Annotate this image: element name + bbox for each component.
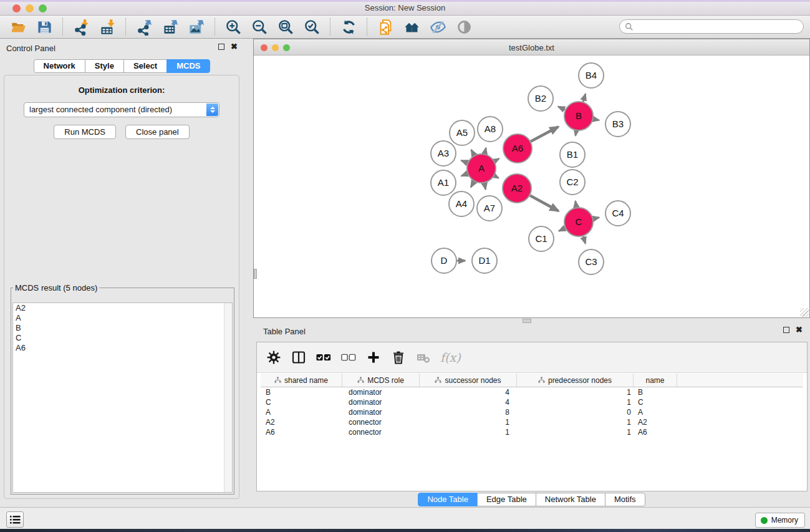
- column-header-successor-nodes[interactable]: successor nodes: [420, 374, 517, 387]
- list-item[interactable]: B: [13, 323, 232, 333]
- float-panel-icon[interactable]: [218, 44, 224, 50]
- function-builder-icon: f(x): [440, 351, 461, 364]
- tab-mcds[interactable]: MCDS: [166, 59, 210, 73]
- tab-style[interactable]: Style: [85, 59, 124, 73]
- eye-icon[interactable]: [451, 17, 477, 37]
- desktop-background: [0, 529, 810, 532]
- table-row[interactable]: A2 connector 1 1 A2: [261, 417, 803, 427]
- table-panel-body: f(x) shared name MCDS role successor nod…: [256, 342, 808, 491]
- close-panel-button[interactable]: Close panel: [125, 125, 190, 139]
- control-panel: Control Panel ✖ Network Style Select MCD…: [0, 39, 244, 507]
- zoom-out-icon[interactable]: [246, 17, 272, 37]
- dropdown-stepper-icon: [206, 104, 218, 116]
- graph-edge: [594, 119, 599, 120]
- select-all-icon[interactable]: [316, 349, 332, 365]
- home-icon[interactable]: [398, 17, 425, 37]
- graph-edge: [494, 176, 499, 178]
- table-row[interactable]: C dominator 4 1 C: [261, 397, 803, 407]
- graph-svg: B4B2BB3A5A8A6A3AB1A1C2A2A4A7C4CC1C3DD1: [254, 56, 809, 317]
- network-view-window: testGlobe.txt B4B2BB3A5A8A6A3AB1A1C2A2A4…: [253, 39, 810, 318]
- refresh-layout-icon[interactable]: [335, 17, 362, 37]
- graph-node-label: C4: [612, 208, 624, 218]
- table-panel-title: Table Panel: [263, 327, 306, 336]
- float-panel-icon[interactable]: [783, 327, 789, 333]
- tab-edge-table[interactable]: Edge Table: [477, 493, 536, 506]
- duplicate-network-icon[interactable]: [372, 17, 398, 37]
- graph-edge: [461, 160, 468, 163]
- zoom-fit-icon[interactable]: [272, 17, 299, 37]
- graph-edge: [593, 218, 599, 219]
- graph-node-label: B2: [535, 93, 546, 104]
- graph-edge: [576, 201, 577, 208]
- add-column-icon[interactable]: [365, 349, 382, 365]
- criterion-dropdown[interactable]: largest connected component (directed): [24, 102, 219, 117]
- open-file-icon[interactable]: [5, 17, 31, 37]
- network-canvas[interactable]: B4B2BB3A5A8A6A3AB1A1C2A2A4A7C4CC1C3DD1: [254, 56, 809, 317]
- tree-icon: [538, 377, 545, 384]
- network-window-titlebar[interactable]: testGlobe.txt: [254, 39, 809, 56]
- table-panel-tabs: Node Table Edge Table Network Table Moti…: [253, 493, 810, 507]
- graph-edge: [576, 131, 576, 136]
- graph-node-label: B3: [612, 118, 624, 129]
- import-network-icon[interactable]: [68, 17, 94, 37]
- list-item[interactable]: A: [13, 313, 232, 323]
- column-header-shared-name[interactable]: shared name: [261, 374, 342, 387]
- zoom-selected-icon[interactable]: [299, 17, 325, 37]
- graph-node-label: B4: [586, 70, 597, 80]
- column-header-name[interactable]: name: [634, 374, 677, 387]
- tab-motifs[interactable]: Motifs: [605, 493, 645, 506]
- table-row[interactable]: A6 connector 1 1 A6: [261, 427, 803, 437]
- table-row[interactable]: A dominator 8 0 A: [261, 407, 803, 417]
- control-panel-header: Control Panel ✖: [6, 44, 238, 55]
- import-table-icon[interactable]: [94, 17, 120, 37]
- list-item[interactable]: A6: [13, 343, 232, 353]
- close-panel-icon[interactable]: ✖: [796, 327, 803, 333]
- graph-node-label: A8: [485, 123, 496, 134]
- toggle-columns-icon[interactable]: [291, 349, 307, 365]
- divider-grip[interactable]: [523, 319, 531, 323]
- hide-eye-icon[interactable]: [425, 17, 451, 37]
- deselect-all-icon[interactable]: [340, 349, 357, 365]
- task-list-button[interactable]: [6, 511, 24, 528]
- tab-node-table[interactable]: Node Table: [418, 493, 478, 506]
- tree-icon: [435, 377, 441, 384]
- settings-gear-icon[interactable]: [266, 349, 282, 365]
- graph-node-label: A4: [456, 198, 467, 209]
- zoom-in-icon[interactable]: [220, 17, 246, 37]
- search-icon: [625, 22, 634, 31]
- run-mcds-button[interactable]: Run MCDS: [54, 125, 116, 139]
- window-resize-grip[interactable]: [800, 308, 809, 317]
- export-table-icon[interactable]: [157, 17, 183, 37]
- tab-network[interactable]: Network: [34, 59, 85, 73]
- list-icon: [10, 515, 21, 525]
- save-session-icon[interactable]: [31, 17, 57, 37]
- graph-node-label: C: [576, 216, 582, 227]
- canvas-left-grip[interactable]: [254, 269, 257, 279]
- search-input[interactable]: [634, 20, 803, 33]
- export-network-icon[interactable]: [131, 17, 157, 37]
- search-field[interactable]: [619, 19, 804, 34]
- export-image-icon[interactable]: [183, 17, 210, 37]
- app-titlebar: Session: New Session: [0, 0, 810, 16]
- graph-node-label: C1: [535, 233, 547, 244]
- tab-select[interactable]: Select: [123, 59, 167, 73]
- table-header-row: shared name MCDS role successor nodes pr…: [261, 374, 803, 387]
- graph-edge: [461, 174, 468, 177]
- column-header-mcds-role[interactable]: MCDS role: [342, 374, 420, 387]
- mcds-panel: Optimization criterion: largest connecte…: [4, 75, 239, 499]
- close-panel-icon[interactable]: ✖: [231, 44, 238, 50]
- tab-network-table[interactable]: Network Table: [536, 493, 605, 506]
- graph-edge: [471, 150, 475, 155]
- list-item[interactable]: C: [13, 333, 232, 343]
- graph-edge: [583, 236, 586, 244]
- column-header-predecessor-nodes[interactable]: predecessor nodes: [517, 374, 634, 387]
- main-toolbar: [0, 16, 810, 39]
- list-item[interactable]: A2: [13, 303, 232, 313]
- delete-table-icon[interactable]: [415, 349, 432, 365]
- mcds-result-list[interactable]: A2 A B C A6: [12, 302, 233, 493]
- delete-column-icon[interactable]: [390, 349, 407, 365]
- memory-button[interactable]: Memory: [755, 513, 805, 528]
- table-row[interactable]: B dominator 4 1 B: [261, 387, 803, 397]
- graph-edge: [530, 196, 558, 211]
- column-header-filler: [677, 374, 803, 387]
